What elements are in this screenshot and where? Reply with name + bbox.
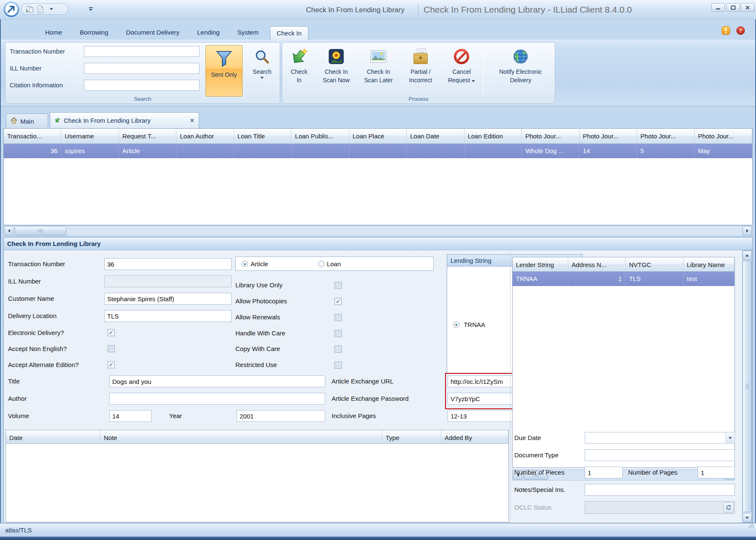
copy-with-care-checkbox[interactable] — [335, 346, 342, 353]
grid-col-header[interactable]: Transactio... — [4, 129, 61, 144]
lender-col-header[interactable]: NVTGC — [626, 257, 683, 272]
number-of-pieces-field[interactable] — [585, 467, 623, 478]
check-in-scan-now-button[interactable]: Check In Scan Now — [316, 44, 356, 97]
scrollbar-thumb[interactable] — [15, 226, 66, 235]
sync-pages-icon[interactable] — [25, 5, 34, 14]
title-field[interactable] — [109, 375, 325, 387]
partial-incorrect-button[interactable]: Partial / Incorrect — [400, 44, 441, 97]
grid-col-header[interactable]: Loan Date — [407, 129, 464, 144]
lender-col-header[interactable]: Library Name — [683, 257, 734, 272]
lender-cell: TRNAA — [513, 272, 568, 286]
grid-selected-row[interactable]: 36 sspires Article Whole Dog ... 14 5 Ma… — [4, 144, 752, 158]
close-button[interactable] — [741, 3, 754, 12]
grid-col-header[interactable]: Photo Jour... — [695, 129, 752, 144]
grid-cell: 5 — [637, 144, 694, 158]
cancel-request-button[interactable]: Cancel Request — [442, 44, 481, 97]
volume-field[interactable] — [109, 410, 151, 422]
due-date-dropdown-icon[interactable] — [726, 433, 734, 443]
loan-radio[interactable] — [318, 261, 324, 267]
year-field[interactable] — [237, 410, 325, 422]
electronic-delivery-checkbox[interactable]: ✓ — [108, 329, 115, 336]
grid-col-header[interactable]: Loan Edition — [464, 129, 522, 144]
maximize-button[interactable] — [726, 3, 740, 12]
info-icon[interactable] — [721, 26, 730, 36]
qat-dropdown-icon[interactable] — [47, 5, 56, 14]
minimize-button[interactable] — [711, 3, 725, 12]
oclc-status-field — [585, 501, 735, 514]
transaction-number-field-label: Transaction Number — [8, 259, 65, 270]
author-field[interactable] — [109, 393, 325, 405]
grid-cell — [292, 144, 349, 158]
ribbon-tab-check-in[interactable]: Check In — [270, 26, 308, 40]
allow-renewals-checkbox[interactable] — [335, 314, 342, 321]
ribbon-tab-system[interactable]: System — [231, 26, 265, 40]
grid-horizontal-scrollbar[interactable] — [3, 225, 753, 236]
ill-number-field-label: ILL Number — [8, 276, 41, 287]
ribbon-tab-lending[interactable]: Lending — [191, 26, 226, 40]
due-date-combo[interactable] — [585, 432, 735, 444]
scroll-right-icon[interactable] — [742, 226, 752, 235]
trnaa-radio[interactable]: ● — [453, 321, 459, 328]
accept-alternate-edition-label: Accept Alternate Edition? — [8, 359, 79, 370]
transaction-number-input[interactable] — [84, 46, 200, 57]
lender-col-header[interactable]: Address N... — [568, 257, 626, 272]
library-use-only-checkbox[interactable] — [335, 282, 342, 289]
notes-col-header[interactable]: Type — [382, 430, 441, 444]
detail-vertical-scrollbar[interactable] — [742, 250, 752, 523]
article-radio[interactable]: ● — [242, 261, 248, 267]
allow-photocopies-checkbox[interactable]: ✓ — [335, 298, 342, 305]
notes-special-instructions-field[interactable] — [585, 484, 735, 496]
scroll-up-icon[interactable] — [742, 251, 752, 260]
scroll-left-icon[interactable] — [4, 226, 14, 235]
help-icon[interactable]: ? — [736, 26, 745, 36]
grid-col-header[interactable]: Photo Jour... — [522, 129, 579, 144]
tab-check-in-from-lending-library[interactable]: Check In From Lending Library — [50, 112, 199, 128]
notes-col-header[interactable]: Added By — [441, 430, 508, 444]
check-in-scan-later-button[interactable]: Check In Scan Later — [357, 44, 400, 97]
accept-alternate-edition-checkbox[interactable]: ✓ — [108, 361, 115, 368]
grid-col-header[interactable]: Loan Author — [176, 129, 234, 144]
number-of-pages-field[interactable] — [698, 467, 735, 478]
notify-electronic-delivery-button[interactable]: Notify Electronic Delivery — [486, 44, 555, 97]
customer-name-field[interactable] — [104, 293, 232, 305]
notes-col-header[interactable]: Note — [100, 430, 382, 444]
lender-cell: TLS — [626, 272, 683, 286]
grid-col-header[interactable]: Photo Jour... — [580, 129, 637, 144]
grid-col-header[interactable]: Loan Publis... — [292, 129, 349, 144]
ill-number-input[interactable] — [84, 63, 200, 74]
tab-main[interactable]: Main — [6, 113, 48, 128]
grid-col-header[interactable]: Loan Title — [234, 129, 292, 144]
new-document-icon[interactable] — [36, 5, 45, 14]
citation-information-input[interactable] — [84, 80, 200, 91]
lender-col-header[interactable]: Lender String — [513, 257, 568, 272]
sent-only-toggle[interactable]: Sent Only — [205, 45, 243, 97]
resize-grip[interactable] — [748, 519, 754, 532]
scrollbar-thumb[interactable] — [742, 261, 752, 512]
lending-string-option[interactable]: ● TRNAA — [453, 320, 485, 328]
grid-col-header[interactable]: Loan Place — [349, 129, 407, 144]
check-in-button[interactable]: Check In — [283, 44, 315, 97]
ribbon-tab-borrowing[interactable]: Borrowing — [73, 26, 115, 40]
document-type-field[interactable] — [585, 449, 735, 461]
app-icon[interactable] — [3, 1, 19, 17]
restricted-use-checkbox[interactable] — [335, 362, 342, 369]
lender-table-selected-row[interactable]: TRNAA 1 TLS test — [513, 272, 734, 286]
transaction-number-field[interactable] — [104, 258, 232, 270]
search-button[interactable]: Search — [245, 45, 279, 97]
ribbon-tab-document-delivery[interactable]: Document Delivery — [120, 26, 186, 40]
grid-col-header[interactable]: Request T... — [119, 129, 176, 144]
handle-with-care-checkbox[interactable] — [335, 330, 342, 337]
customize-quick-access-icon[interactable] — [86, 5, 95, 13]
grid-col-header[interactable]: Photo Jour... — [637, 129, 694, 144]
delivery-location-field[interactable] — [104, 310, 232, 322]
cancel-icon — [453, 48, 470, 67]
tab-close-icon[interactable] — [190, 118, 194, 123]
accept-non-english-checkbox[interactable] — [108, 345, 115, 352]
cancel-request-label-2: Request — [448, 77, 475, 84]
year-field-label: Year — [169, 410, 182, 421]
grid-col-header[interactable]: Username — [61, 129, 119, 144]
oclc-refresh-icon[interactable] — [724, 502, 734, 513]
ill-number-field[interactable] — [104, 275, 232, 287]
ribbon-tab-home[interactable]: Home — [39, 26, 68, 40]
notes-col-header[interactable]: Date — [6, 430, 100, 444]
